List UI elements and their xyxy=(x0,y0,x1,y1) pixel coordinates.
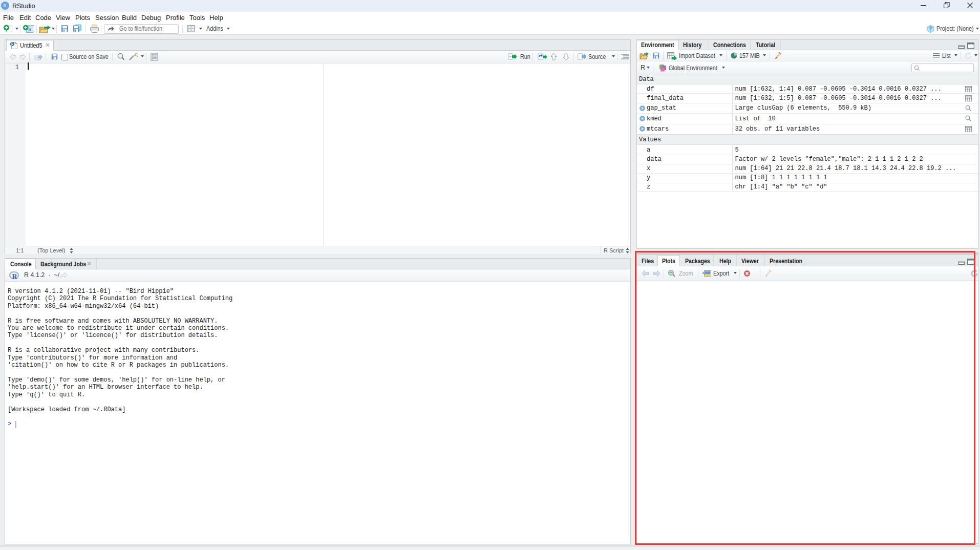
svg-text:R: R xyxy=(929,26,932,30)
svg-text:R: R xyxy=(11,42,14,47)
svg-text:R: R xyxy=(12,273,18,280)
svg-text:R: R xyxy=(28,27,32,32)
